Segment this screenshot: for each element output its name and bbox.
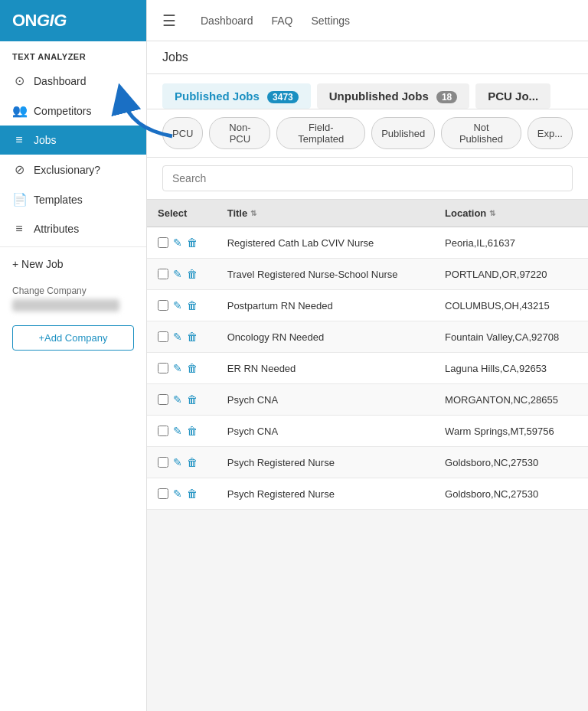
edit-icon[interactable]: ✎ (173, 299, 182, 311)
job-title: Oncology RN Needed (217, 321, 434, 353)
tab-unpublished-jobs[interactable]: Unpublished Jobs 18 (317, 83, 470, 109)
unpublished-badge: 18 (436, 91, 457, 103)
new-job-button[interactable]: + New Job (0, 250, 146, 278)
delete-icon[interactable]: 🗑 (187, 268, 198, 280)
row-checkbox[interactable] (158, 300, 168, 311)
filter-pcu[interactable]: PCU (162, 117, 203, 149)
logo-text: ONGIG (12, 11, 67, 31)
edit-icon[interactable]: ✎ (173, 236, 182, 249)
globe-icon: ⊙ (12, 73, 26, 88)
search-input[interactable] (162, 165, 573, 191)
job-location: Goldsboro,NC,27530 (434, 447, 588, 478)
select-cell: ✎ 🗑 (147, 416, 217, 447)
edit-icon[interactable]: ✎ (173, 331, 182, 343)
sidebar-item-dashboard[interactable]: ⊙ Dashboard (0, 66, 146, 96)
attributes-icon: ≡ (12, 222, 26, 236)
job-title: Travel Registered Nurse-School Nurse (217, 259, 434, 290)
job-title: Psych CNA (217, 416, 434, 447)
table-row: ✎ 🗑 Postpartum RN NeededCOLUMBUS,OH,4321… (147, 290, 588, 321)
sidebar: ONGIG TEXT ANALYZER ⊙ Dashboard 👥 Compet… (0, 0, 147, 711)
delete-icon[interactable]: 🗑 (187, 425, 198, 437)
filter-not-published[interactable]: Not Published (441, 117, 521, 149)
edit-icon[interactable]: ✎ (173, 268, 182, 280)
sidebar-item-attributes[interactable]: ≡ Attributes (0, 214, 146, 243)
filter-exp[interactable]: Exp... (528, 117, 573, 149)
logo: ONGIG (0, 0, 146, 41)
sidebar-item-label: Templates (34, 194, 83, 206)
row-checkbox[interactable] (158, 237, 168, 248)
select-cell: ✎ 🗑 (147, 321, 217, 353)
job-location: COLUMBUS,OH,43215 (434, 290, 588, 321)
delete-icon[interactable]: 🗑 (187, 362, 198, 374)
table-row: ✎ 🗑 Psych Registered NurseGoldsboro,NC,2… (147, 447, 588, 478)
hamburger-icon[interactable]: ☰ (162, 11, 176, 30)
row-checkbox[interactable] (158, 394, 168, 405)
jobs-table: Select Title ⇅ Location ⇅ (147, 200, 588, 510)
delete-icon[interactable]: 🗑 (187, 488, 198, 500)
edit-icon[interactable]: ✎ (173, 425, 182, 437)
add-company-button[interactable]: +Add Company (12, 325, 134, 351)
filter-bar: PCU Non-PCU Field-Templated Published No… (147, 109, 588, 158)
col-location: Location ⇅ (434, 200, 588, 227)
edit-icon[interactable]: ✎ (173, 393, 182, 406)
nav-dashboard[interactable]: Dashboard (201, 11, 253, 30)
published-badge: 3473 (267, 91, 299, 103)
tab-published-jobs[interactable]: Published Jobs 3473 (162, 83, 311, 109)
table-row: ✎ 🗑 Registered Cath Lab CVIV NursePeoria… (147, 227, 588, 259)
edit-icon[interactable]: ✎ (173, 488, 182, 500)
edit-icon[interactable]: ✎ (173, 362, 182, 374)
delete-icon[interactable]: 🗑 (187, 456, 198, 468)
row-checkbox[interactable] (158, 331, 168, 342)
sidebar-item-templates[interactable]: 📄 Templates (0, 184, 146, 214)
select-cell: ✎ 🗑 (147, 290, 217, 321)
sidebar-item-exclusionary[interactable]: ⊘ Exclusionary? (0, 155, 146, 184)
tab-pcu-jobs[interactable]: PCU Jo... (475, 83, 550, 109)
new-job-label: + New Job (12, 258, 64, 270)
delete-icon[interactable]: 🗑 (187, 393, 198, 406)
table-row: ✎ 🗑 Psych CNAWarm Springs,MT,59756 (147, 416, 588, 447)
filter-non-pcu[interactable]: Non-PCU (209, 117, 270, 149)
doc-icon: 📄 (12, 192, 26, 207)
row-checkbox[interactable] (158, 457, 168, 468)
change-company-section: Change Company (0, 278, 146, 319)
job-title: Psych Registered Nurse (217, 478, 434, 510)
select-cell: ✎ 🗑 (147, 447, 217, 478)
tab-unpublished-label: Unpublished Jobs (329, 90, 429, 103)
job-title: Psych Registered Nurse (217, 447, 434, 478)
delete-icon[interactable]: 🗑 (187, 236, 198, 249)
filter-field-templated[interactable]: Field-Templated (276, 117, 365, 149)
list-icon: ≡ (12, 133, 26, 147)
delete-icon[interactable]: 🗑 (187, 331, 198, 343)
row-checkbox[interactable] (158, 488, 168, 499)
nav-settings[interactable]: Settings (312, 11, 351, 30)
select-cell: ✎ 🗑 (147, 384, 217, 416)
job-location: Warm Springs,MT,59756 (434, 416, 588, 447)
sidebar-item-label: Dashboard (34, 75, 87, 87)
job-title: Registered Cath Lab CVIV Nurse (217, 227, 434, 259)
select-cell: ✎ 🗑 (147, 353, 217, 384)
row-checkbox[interactable] (158, 363, 168, 373)
table-row: ✎ 🗑 ER RN NeededLaguna Hills,CA,92653 (147, 353, 588, 384)
sidebar-item-competitors[interactable]: 👥 Competitors (0, 96, 146, 126)
title-sort-icon[interactable]: ⇅ (250, 209, 256, 217)
sidebar-item-jobs[interactable]: ≡ Jobs (0, 126, 146, 155)
users-icon: 👥 (12, 103, 26, 118)
job-title: Psych CNA (217, 384, 434, 416)
location-sort-icon[interactable]: ⇅ (489, 209, 495, 217)
row-checkbox[interactable] (158, 269, 168, 279)
row-checkbox[interactable] (158, 426, 168, 436)
delete-icon[interactable]: 🗑 (187, 299, 198, 311)
select-cell: ✎ 🗑 (147, 478, 217, 510)
change-company-label: Change Company (12, 285, 87, 296)
filter-published[interactable]: Published (371, 117, 435, 149)
sidebar-item-label: Attributes (34, 223, 79, 235)
select-cell: ✎ 🗑 (147, 227, 217, 259)
edit-icon[interactable]: ✎ (173, 456, 182, 468)
nav-faq[interactable]: FAQ (272, 11, 293, 30)
section-label: TEXT ANALYZER (0, 41, 146, 66)
jobs-tab-bar: Published Jobs 3473 Unpublished Jobs 18 … (147, 74, 588, 109)
job-title: ER RN Needed (217, 353, 434, 384)
tab-published-label: Published Jobs (175, 90, 260, 103)
col-select: Select (147, 200, 217, 227)
sidebar-item-label: Exclusionary? (34, 164, 100, 176)
